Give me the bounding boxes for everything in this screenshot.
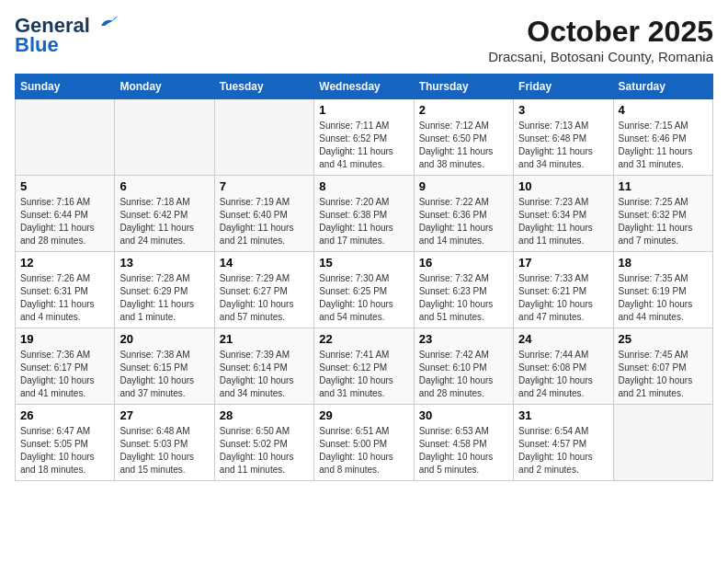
day-info: Sunrise: 7:19 AMSunset: 6:40 PMDaylight:… [220, 196, 309, 247]
week-row-5: 26Sunrise: 6:47 AMSunset: 5:05 PMDayligh… [16, 405, 713, 481]
calendar-cell: 1Sunrise: 7:11 AMSunset: 6:52 PMDaylight… [314, 99, 414, 176]
day-number: 1 [319, 103, 408, 117]
day-number: 13 [119, 256, 209, 270]
calendar-cell: 21Sunrise: 7:39 AMSunset: 6:14 PMDayligh… [214, 328, 313, 405]
calendar-cell: 3Sunrise: 7:13 AMSunset: 6:48 PMDaylight… [514, 99, 613, 176]
day-info: Sunrise: 7:35 AMSunset: 6:19 PMDaylight:… [619, 272, 708, 324]
day-info: Sunrise: 7:18 AMSunset: 6:42 PMDaylight:… [119, 196, 209, 247]
calendar-cell: 11Sunrise: 7:25 AMSunset: 6:32 PMDayligh… [613, 176, 712, 252]
header-col-saturday: Saturday [613, 75, 712, 99]
calendar-cell: 26Sunrise: 6:47 AMSunset: 5:05 PMDayligh… [16, 405, 115, 481]
calendar-cell [613, 405, 712, 481]
week-row-2: 5Sunrise: 7:16 AMSunset: 6:44 PMDaylight… [16, 176, 713, 252]
calendar-cell: 6Sunrise: 7:18 AMSunset: 6:42 PMDaylight… [115, 176, 214, 252]
day-number: 23 [419, 332, 508, 346]
day-number: 5 [20, 179, 109, 193]
day-info: Sunrise: 7:32 AMSunset: 6:23 PMDaylight:… [419, 272, 508, 324]
day-info: Sunrise: 7:12 AMSunset: 6:50 PMDaylight:… [419, 120, 508, 171]
day-info: Sunrise: 7:36 AMSunset: 6:17 PMDaylight:… [20, 349, 109, 400]
day-number: 15 [319, 256, 408, 270]
day-info: Sunrise: 7:16 AMSunset: 6:44 PMDaylight:… [20, 196, 109, 247]
week-row-1: 1Sunrise: 7:11 AMSunset: 6:52 PMDaylight… [16, 99, 713, 176]
day-number: 18 [619, 256, 708, 270]
day-number: 19 [20, 332, 109, 346]
calendar-cell: 15Sunrise: 7:30 AMSunset: 6:25 PMDayligh… [314, 252, 414, 328]
calendar-cell: 12Sunrise: 7:26 AMSunset: 6:31 PMDayligh… [16, 252, 115, 328]
calendar-cell: 7Sunrise: 7:19 AMSunset: 6:40 PMDaylight… [214, 176, 313, 252]
day-number: 30 [419, 408, 508, 422]
calendar-cell: 8Sunrise: 7:20 AMSunset: 6:38 PMDaylight… [314, 176, 414, 252]
day-number: 2 [419, 103, 508, 117]
calendar-cell [115, 99, 214, 176]
calendar-cell: 20Sunrise: 7:38 AMSunset: 6:15 PMDayligh… [115, 328, 214, 405]
header-col-sunday: Sunday [16, 75, 115, 99]
day-info: Sunrise: 7:44 AMSunset: 6:08 PMDaylight:… [518, 349, 608, 400]
day-number: 12 [20, 256, 109, 270]
day-number: 6 [119, 179, 209, 193]
day-number: 22 [319, 332, 408, 346]
day-number: 29 [319, 408, 408, 422]
day-info: Sunrise: 6:53 AMSunset: 4:58 PMDaylight:… [419, 425, 508, 477]
day-number: 27 [119, 408, 209, 422]
day-number: 3 [518, 103, 608, 117]
day-info: Sunrise: 6:51 AMSunset: 5:00 PMDaylight:… [319, 425, 408, 477]
day-info: Sunrise: 7:20 AMSunset: 6:38 PMDaylight:… [319, 196, 408, 247]
calendar-cell: 27Sunrise: 6:48 AMSunset: 5:03 PMDayligh… [115, 405, 214, 481]
day-info: Sunrise: 6:50 AMSunset: 5:02 PMDaylight:… [220, 425, 309, 477]
day-info: Sunrise: 6:48 AMSunset: 5:03 PMDaylight:… [119, 425, 209, 477]
day-number: 25 [619, 332, 708, 346]
calendar-cell: 4Sunrise: 7:15 AMSunset: 6:46 PMDaylight… [613, 99, 712, 176]
day-info: Sunrise: 7:41 AMSunset: 6:12 PMDaylight:… [319, 349, 408, 400]
calendar-cell: 10Sunrise: 7:23 AMSunset: 6:34 PMDayligh… [514, 176, 613, 252]
calendar-cell: 17Sunrise: 7:33 AMSunset: 6:21 PMDayligh… [514, 252, 613, 328]
day-number: 24 [518, 332, 608, 346]
day-number: 11 [619, 179, 708, 193]
day-info: Sunrise: 7:25 AMSunset: 6:32 PMDaylight:… [619, 196, 708, 247]
header: General Blue October 2025 Dracsani, Boto… [15, 15, 713, 64]
day-number: 4 [619, 103, 708, 117]
calendar-cell: 23Sunrise: 7:42 AMSunset: 6:10 PMDayligh… [414, 328, 513, 405]
day-info: Sunrise: 7:29 AMSunset: 6:27 PMDaylight:… [220, 272, 309, 324]
day-info: Sunrise: 7:15 AMSunset: 6:46 PMDaylight:… [619, 120, 708, 171]
day-info: Sunrise: 7:38 AMSunset: 6:15 PMDaylight:… [119, 349, 209, 400]
day-info: Sunrise: 7:11 AMSunset: 6:52 PMDaylight:… [319, 120, 408, 171]
calendar-cell: 29Sunrise: 6:51 AMSunset: 5:00 PMDayligh… [314, 405, 414, 481]
header-col-monday: Monday [115, 75, 214, 99]
day-number: 16 [419, 256, 508, 270]
day-info: Sunrise: 7:23 AMSunset: 6:34 PMDaylight:… [518, 196, 608, 247]
day-number: 21 [220, 332, 309, 346]
calendar-header-row: SundayMondayTuesdayWednesdayThursdayFrid… [16, 75, 713, 99]
header-col-thursday: Thursday [414, 75, 513, 99]
header-col-tuesday: Tuesday [214, 75, 313, 99]
calendar-cell [16, 99, 115, 176]
title-area: October 2025 Dracsani, Botosani County, … [488, 15, 713, 64]
month-title: October 2025 [488, 15, 713, 49]
day-info: Sunrise: 7:13 AMSunset: 6:48 PMDaylight:… [518, 120, 608, 171]
logo: General Blue [15, 15, 119, 57]
logo-bird-icon [97, 14, 119, 30]
day-number: 10 [518, 179, 608, 193]
day-info: Sunrise: 7:26 AMSunset: 6:31 PMDaylight:… [20, 272, 109, 324]
calendar-cell: 30Sunrise: 6:53 AMSunset: 4:58 PMDayligh… [414, 405, 513, 481]
calendar-cell: 5Sunrise: 7:16 AMSunset: 6:44 PMDaylight… [16, 176, 115, 252]
day-number: 14 [220, 256, 309, 270]
calendar-cell: 13Sunrise: 7:28 AMSunset: 6:29 PMDayligh… [115, 252, 214, 328]
calendar-cell: 16Sunrise: 7:32 AMSunset: 6:23 PMDayligh… [414, 252, 513, 328]
calendar-cell: 25Sunrise: 7:45 AMSunset: 6:07 PMDayligh… [613, 328, 712, 405]
calendar-cell [214, 99, 313, 176]
header-col-wednesday: Wednesday [314, 75, 414, 99]
day-info: Sunrise: 7:28 AMSunset: 6:29 PMDaylight:… [119, 272, 209, 324]
day-info: Sunrise: 7:45 AMSunset: 6:07 PMDaylight:… [619, 349, 708, 400]
day-number: 9 [419, 179, 508, 193]
day-info: Sunrise: 7:30 AMSunset: 6:25 PMDaylight:… [319, 272, 408, 324]
calendar-cell: 9Sunrise: 7:22 AMSunset: 6:36 PMDaylight… [414, 176, 513, 252]
day-info: Sunrise: 6:54 AMSunset: 4:57 PMDaylight:… [518, 425, 608, 477]
day-number: 8 [319, 179, 408, 193]
calendar-cell: 28Sunrise: 6:50 AMSunset: 5:02 PMDayligh… [214, 405, 313, 481]
logo-blue: Blue [15, 33, 59, 57]
calendar-cell: 18Sunrise: 7:35 AMSunset: 6:19 PMDayligh… [613, 252, 712, 328]
day-number: 26 [20, 408, 109, 422]
header-col-friday: Friday [514, 75, 613, 99]
calendar-table: SundayMondayTuesdayWednesdayThursdayFrid… [15, 74, 713, 481]
week-row-3: 12Sunrise: 7:26 AMSunset: 6:31 PMDayligh… [16, 252, 713, 328]
